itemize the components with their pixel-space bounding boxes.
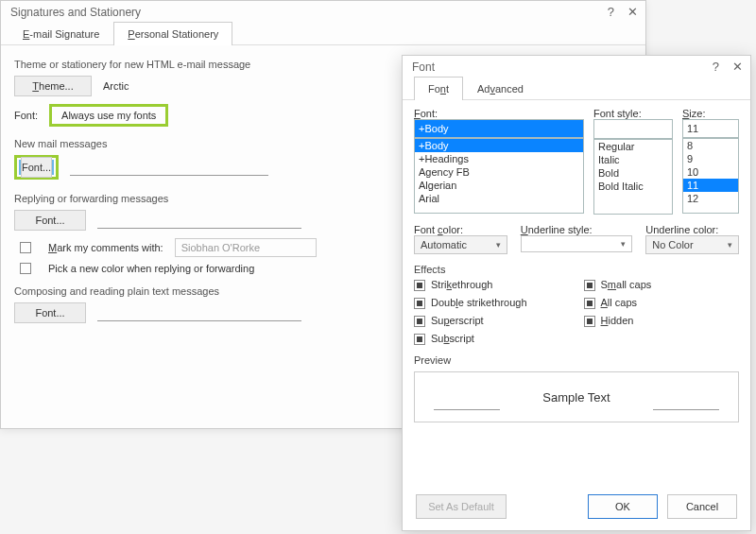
label-font: Font: bbox=[414, 108, 584, 119]
underline-color-combo[interactable]: No Color▾ bbox=[645, 235, 739, 254]
font-dialog: Font ? ✕ Font Advanced Font: +Body +Body… bbox=[402, 55, 751, 531]
preview-rule bbox=[653, 409, 719, 410]
new-mail-font-button[interactable]: Font... bbox=[21, 157, 52, 178]
label-preview: Preview bbox=[414, 354, 739, 366]
font-dialog-title: Font bbox=[412, 60, 435, 74]
font-name-list[interactable]: +Body +Headings Agency FB Algerian Arial bbox=[414, 138, 584, 214]
double-strikethrough-checkbox[interactable] bbox=[414, 298, 425, 309]
list-item[interactable]: Regular bbox=[594, 140, 672, 153]
font-default-dropdown[interactable]: Always use my fonts bbox=[49, 104, 168, 127]
new-mail-font-field[interactable] bbox=[70, 159, 268, 176]
close-icon[interactable]: ✕ bbox=[627, 5, 638, 19]
list-item[interactable]: 12 bbox=[683, 192, 738, 205]
list-item[interactable]: +Headings bbox=[415, 152, 583, 165]
effect-label: Superscript bbox=[431, 315, 484, 326]
preview-rule bbox=[434, 409, 500, 410]
tab-advanced[interactable]: Advanced bbox=[463, 77, 538, 100]
ok-button[interactable]: OK bbox=[588, 494, 658, 519]
label-underline-style: Underline style: bbox=[521, 224, 633, 235]
effect-label: Subscript bbox=[431, 333, 474, 344]
label-size: Size: bbox=[682, 108, 739, 119]
list-item[interactable]: 8 bbox=[683, 139, 738, 152]
dialog-footer: Set As Default OK Cancel bbox=[403, 483, 750, 530]
tab-personal-stationery[interactable]: Personal Stationery bbox=[113, 22, 232, 45]
preview-text: Sample Text bbox=[542, 390, 610, 405]
help-icon[interactable]: ? bbox=[608, 5, 614, 19]
list-item[interactable]: Arial bbox=[415, 192, 583, 205]
font-size-list[interactable]: 8 9 10 11 12 bbox=[682, 138, 739, 214]
effect-label: All caps bbox=[601, 297, 638, 308]
tab-email-signature[interactable]: E-mail Signature bbox=[9, 22, 113, 45]
preview-box: Sample Text bbox=[414, 371, 739, 422]
underline-style-combo[interactable]: ▾ bbox=[521, 235, 633, 252]
dialog-title: Signatures and Stationery bbox=[10, 6, 141, 19]
pick-color-checkbox[interactable] bbox=[20, 263, 31, 274]
font-style-input[interactable] bbox=[593, 119, 673, 139]
list-item[interactable]: 11 bbox=[683, 179, 738, 192]
chevron-down-icon: ▾ bbox=[496, 240, 501, 250]
all-caps-checkbox[interactable] bbox=[584, 298, 595, 309]
font-tabstrip: Font Advanced bbox=[403, 76, 750, 100]
list-item[interactable]: Agency FB bbox=[415, 165, 583, 179]
titlebar: Signatures and Stationery ? ✕ bbox=[1, 1, 645, 21]
cancel-button[interactable]: Cancel bbox=[667, 494, 737, 519]
close-icon[interactable]: ✕ bbox=[732, 60, 743, 74]
font-size-input[interactable]: 11 bbox=[682, 119, 739, 138]
font-label: Font: bbox=[14, 110, 38, 121]
theme-button[interactable]: Theme... bbox=[14, 76, 92, 96]
list-item[interactable]: Algerian bbox=[415, 179, 583, 192]
theme-name: Arctic bbox=[103, 80, 129, 92]
superscript-checkbox[interactable] bbox=[414, 316, 425, 327]
mark-comments-label: Mark my comments with: bbox=[48, 242, 163, 253]
chevron-down-icon: ▾ bbox=[728, 240, 732, 250]
pick-color-label: Pick a new color when replying or forwar… bbox=[48, 263, 254, 274]
strikethrough-checkbox[interactable] bbox=[414, 280, 425, 291]
tab-font[interactable]: Font bbox=[414, 77, 463, 100]
list-item[interactable]: 10 bbox=[683, 165, 738, 179]
font-name-input[interactable]: +Body bbox=[414, 119, 584, 138]
plain-font-button[interactable]: Font... bbox=[14, 302, 86, 323]
reply-font-field[interactable] bbox=[97, 212, 301, 229]
list-item[interactable]: Bold bbox=[594, 166, 672, 180]
plain-font-field[interactable] bbox=[97, 304, 301, 321]
effect-label: Strikethrough bbox=[431, 279, 492, 290]
label-font-color: Font color: bbox=[414, 224, 507, 235]
help-icon[interactable]: ? bbox=[713, 60, 719, 74]
hidden-checkbox[interactable] bbox=[584, 316, 595, 327]
font-style-list[interactable]: Regular Italic Bold Bold Italic bbox=[593, 139, 673, 215]
label-effects: Effects bbox=[414, 264, 739, 275]
subscript-checkbox[interactable] bbox=[414, 334, 425, 345]
mark-comments-checkbox[interactable] bbox=[20, 242, 31, 253]
list-item[interactable]: +Body bbox=[415, 139, 583, 152]
set-as-default-button: Set As Default bbox=[416, 494, 507, 519]
font-titlebar: Font ? ✕ bbox=[403, 56, 750, 76]
list-item[interactable]: Bold Italic bbox=[594, 180, 672, 193]
list-item[interactable]: Italic bbox=[594, 153, 672, 166]
list-item[interactable]: 9 bbox=[683, 152, 738, 165]
chevron-down-icon: ▾ bbox=[621, 239, 626, 249]
label-font-style: Font style: bbox=[593, 108, 673, 119]
font-body: Font: +Body +Body +Headings Agency FB Al… bbox=[403, 100, 750, 432]
commenter-name-input[interactable]: Siobhan O'Rorke bbox=[175, 238, 317, 257]
effect-label: Hidden bbox=[601, 315, 634, 326]
font-color-combo[interactable]: Automatic▾ bbox=[414, 235, 507, 254]
tabstrip: E-mail Signature Personal Stationery bbox=[1, 21, 645, 45]
small-caps-checkbox[interactable] bbox=[584, 280, 595, 291]
label-underline-color: Underline color: bbox=[645, 224, 739, 235]
reply-font-button[interactable]: Font... bbox=[14, 210, 86, 231]
effect-label: Double strikethrough bbox=[431, 297, 527, 308]
effect-label: Small caps bbox=[601, 279, 652, 290]
